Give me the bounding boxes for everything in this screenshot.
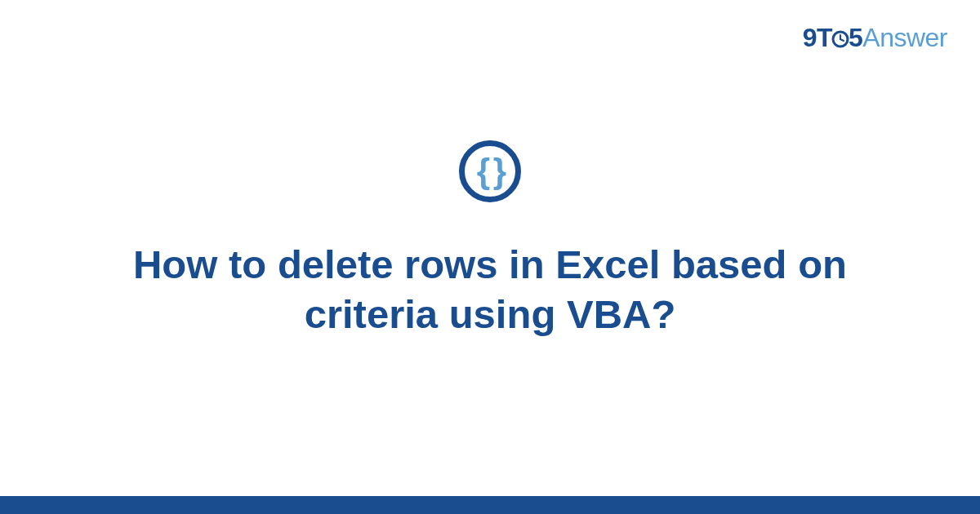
braces-glyph: { } [477,154,503,188]
footer-bar [0,496,980,514]
page-title: How to delete rows in Excel based on cri… [98,240,882,340]
code-braces-icon: { } [459,140,521,202]
main-content: { } How to delete rows in Excel based on… [0,0,980,496]
